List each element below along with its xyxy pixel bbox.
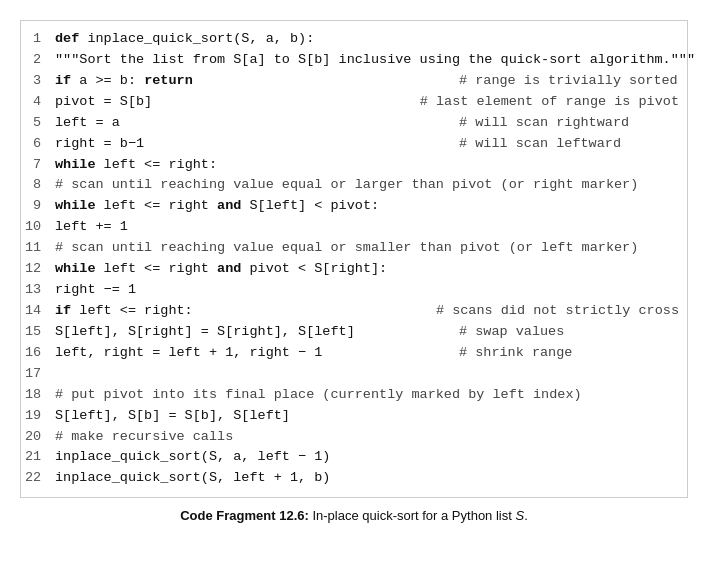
table-row: 13 right −= 1 bbox=[21, 280, 687, 301]
code-line: S[left], S[b] = S[b], S[left] bbox=[51, 406, 687, 427]
code-line: right −= 1 bbox=[51, 280, 687, 301]
code-line: right = b−1 # will scan leftward bbox=[51, 134, 687, 155]
code-table: 1def inplace_quick_sort(S, a, b):2 """So… bbox=[21, 29, 687, 489]
caption: Code Fragment 12.6: In-place quick-sort … bbox=[20, 508, 688, 523]
line-number: 11 bbox=[21, 238, 51, 259]
code-container: 1def inplace_quick_sort(S, a, b):2 """So… bbox=[20, 20, 688, 498]
code-line: while left <= right: bbox=[51, 155, 687, 176]
code-line: while left <= right and S[left] < pivot: bbox=[51, 196, 687, 217]
code-line: # scan until reaching value equal or sma… bbox=[51, 238, 687, 259]
caption-s: S bbox=[515, 508, 524, 523]
code-line: def inplace_quick_sort(S, a, b): bbox=[51, 29, 687, 50]
line-number: 10 bbox=[21, 217, 51, 238]
line-number: 19 bbox=[21, 406, 51, 427]
code-line: # make recursive calls bbox=[51, 427, 687, 448]
caption-text: In-place quick-sort for a Python list bbox=[309, 508, 516, 523]
line-number: 16 bbox=[21, 343, 51, 364]
table-row: 5 left = a # will scan rightward bbox=[21, 113, 687, 134]
table-row: 1def inplace_quick_sort(S, a, b): bbox=[21, 29, 687, 50]
table-row: 8 # scan until reaching value equal or l… bbox=[21, 175, 687, 196]
table-row: 20 # make recursive calls bbox=[21, 427, 687, 448]
code-line: if a >= b: return # range is trivially s… bbox=[51, 71, 687, 92]
line-number: 8 bbox=[21, 175, 51, 196]
line-number: 2 bbox=[21, 50, 51, 71]
table-row: 12 while left <= right and pivot < S[rig… bbox=[21, 259, 687, 280]
table-row: 16 left, right = left + 1, right − 1 # s… bbox=[21, 343, 687, 364]
table-row: 17 bbox=[21, 364, 687, 385]
code-line: if left <= right: # scans did not strict… bbox=[51, 301, 687, 322]
code-line: """Sort the list from S[a] to S[b] inclu… bbox=[51, 50, 687, 71]
code-line: # scan until reaching value equal or lar… bbox=[51, 175, 687, 196]
line-number: 21 bbox=[21, 447, 51, 468]
table-row: 21 inplace_quick_sort(S, a, left − 1) bbox=[21, 447, 687, 468]
table-row: 11 # scan until reaching value equal or … bbox=[21, 238, 687, 259]
code-line: left += 1 bbox=[51, 217, 687, 238]
table-row: 7 while left <= right: bbox=[21, 155, 687, 176]
code-line bbox=[51, 364, 687, 385]
caption-label: Code Fragment 12.6: bbox=[180, 508, 309, 523]
line-number: 5 bbox=[21, 113, 51, 134]
table-row: 10 left += 1 bbox=[21, 217, 687, 238]
line-number: 14 bbox=[21, 301, 51, 322]
line-number: 1 bbox=[21, 29, 51, 50]
line-number: 15 bbox=[21, 322, 51, 343]
line-number: 6 bbox=[21, 134, 51, 155]
code-line: # put pivot into its final place (curren… bbox=[51, 385, 687, 406]
line-number: 20 bbox=[21, 427, 51, 448]
code-line: pivot = S[b] # last element of range is … bbox=[51, 92, 687, 113]
table-row: 9 while left <= right and S[left] < pivo… bbox=[21, 196, 687, 217]
line-number: 18 bbox=[21, 385, 51, 406]
table-row: 19 S[left], S[b] = S[b], S[left] bbox=[21, 406, 687, 427]
line-number: 4 bbox=[21, 92, 51, 113]
table-row: 3 if a >= b: return # range is trivially… bbox=[21, 71, 687, 92]
code-line: inplace_quick_sort(S, a, left − 1) bbox=[51, 447, 687, 468]
line-number: 13 bbox=[21, 280, 51, 301]
table-row: 15 S[left], S[right] = S[right], S[left]… bbox=[21, 322, 687, 343]
table-row: 2 """Sort the list from S[a] to S[b] inc… bbox=[21, 50, 687, 71]
table-row: 22 inplace_quick_sort(S, left + 1, b) bbox=[21, 468, 687, 489]
line-number: 22 bbox=[21, 468, 51, 489]
code-line: inplace_quick_sort(S, left + 1, b) bbox=[51, 468, 687, 489]
table-row: 4 pivot = S[b] # last element of range i… bbox=[21, 92, 687, 113]
table-row: 14 if left <= right: # scans did not str… bbox=[21, 301, 687, 322]
line-number: 9 bbox=[21, 196, 51, 217]
line-number: 7 bbox=[21, 155, 51, 176]
code-line: while left <= right and pivot < S[right]… bbox=[51, 259, 687, 280]
line-number: 3 bbox=[21, 71, 51, 92]
table-row: 6 right = b−1 # will scan leftward bbox=[21, 134, 687, 155]
line-number: 12 bbox=[21, 259, 51, 280]
line-number: 17 bbox=[21, 364, 51, 385]
table-row: 18 # put pivot into its final place (cur… bbox=[21, 385, 687, 406]
code-line: S[left], S[right] = S[right], S[left] # … bbox=[51, 322, 687, 343]
code-line: left, right = left + 1, right − 1 # shri… bbox=[51, 343, 687, 364]
code-line: left = a # will scan rightward bbox=[51, 113, 687, 134]
